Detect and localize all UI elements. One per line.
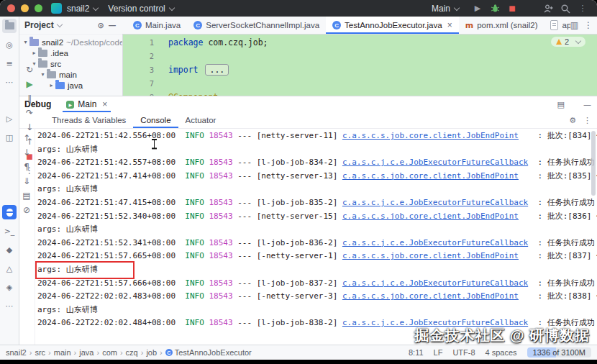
tab-options-button[interactable]: ⋮ [584, 20, 593, 30]
editor-tab-serversocketchannelimpl-java[interactable]: CServerSocketChannelImpl.java [187, 17, 326, 34]
tab-actuator[interactable]: Actuator [178, 112, 224, 128]
tree-item-idea[interactable]: ▸.idea [19, 47, 122, 58]
breadcrumb-item[interactable]: java [79, 348, 94, 357]
logger-link[interactable]: c.a.s.c.s.job.core.client.JobEndPoint [342, 211, 519, 221]
editor[interactable]: 1package com.czq.job;23import ...78@Comp… [122, 34, 597, 96]
print-button[interactable]: ▤ [22, 191, 30, 200]
log-message: : 批次:[836] 任务调 [519, 211, 597, 221]
logger-link[interactable]: c.a.s.c.s.job.core.client.JobEndPoint [342, 131, 519, 140]
logger-link[interactable]: c.a.s.c.j.c.e.JobExecutorFutureCallback [342, 198, 528, 207]
console-scrollbar[interactable] [591, 131, 596, 196]
tab-threads-variables[interactable]: Threads & Variables [45, 112, 133, 128]
run-button[interactable]: ▶ [470, 1, 486, 16]
run-toolwindow-button[interactable]: ▷ [2, 112, 17, 126]
logger-link[interactable]: c.a.s.c.j.c.e.JobExecutorFutureCallback [342, 158, 528, 167]
breadcrumb-item[interactable]: czq [126, 348, 138, 357]
up-stack-trace-button[interactable]: ↑ [23, 134, 30, 142]
clear-all-button[interactable]: ⊘ [23, 206, 30, 214]
breadcrumb-item[interactable]: main [54, 348, 71, 357]
chevron-right-icon[interactable]: ▸ [30, 50, 38, 56]
services-toolwindow-button[interactable]: ◆ [2, 242, 17, 257]
log-level: INFO [185, 251, 204, 260]
project-widget[interactable]: snail2 [67, 4, 98, 14]
logger-link[interactable]: c.a.s.c.j.c.e.JobExecutorFutureCallback [342, 238, 528, 247]
class-file-icon: C [133, 21, 142, 29]
scroll-to-end-button[interactable]: ⇓ [23, 177, 30, 186]
memory-indicator[interactable]: 1336 of 3100M [527, 347, 591, 358]
more-bottom-toolwindows-button[interactable]: ⋯ [2, 299, 17, 313]
log-thread: [l-job-job-834-2] [257, 158, 338, 167]
log-level: INFO [185, 238, 204, 247]
logger-link[interactable]: c.a.s.c.s.job.core.client.JobEndPoint [342, 251, 519, 260]
pause-button[interactable]: ∥ [22, 91, 37, 106]
log-separator [176, 251, 185, 260]
log-message: : 任务执行成功 taskE [528, 278, 597, 288]
log-thread: [l-job-job-836-2] [257, 238, 338, 247]
run-config-selector[interactable]: Main [432, 4, 459, 14]
log-timestamp: 2024-06-22T21:51:57.665+08:00 [37, 251, 176, 260]
breadcrumbs: snail2›src›main›java›com›czq›job›CTestAn… [6, 348, 398, 357]
breadcrumb-item[interactable]: snail2 [6, 348, 27, 357]
notifications-toolwindow-button[interactable]: ◈ [2, 280, 17, 294]
tab-close-icon[interactable]: × [447, 20, 452, 30]
soft-wrap-button[interactable]: ¶ [24, 163, 29, 171]
editor-tab-pom-xml-snail2-[interactable]: mpom.xml (snail2) [459, 17, 544, 34]
titlebar-more-button[interactable]: ⋮ [575, 1, 591, 16]
zoom-window-button[interactable] [35, 4, 42, 12]
editor-tab-testannojobexecutor-java[interactable]: CTestAnnoJobExecutor.java× [326, 17, 459, 34]
tab-console[interactable]: Console [133, 112, 178, 128]
rerun-button[interactable]: ↻ [22, 63, 37, 77]
commit-toolwindow-button[interactable]: ◎ [2, 37, 17, 52]
structure-toolwindow-button[interactable]: ≡ [2, 56, 17, 70]
logger-link[interactable]: c.a.s.c.s.job.core.client.JobEndPoint [342, 171, 519, 181]
chevron-right-icon[interactable]: ▸ [47, 82, 55, 88]
search-everywhere-button[interactable] [557, 1, 573, 16]
editor-tab-application-yml[interactable]: application.yml [544, 17, 570, 34]
more-toolwindows-button[interactable]: ⋯ [2, 75, 17, 89]
tree-item-snail2[interactable]: ▾snail2~/Desktop/code/snai [19, 37, 122, 47]
close-session-icon[interactable]: × [102, 99, 107, 109]
inspections-widget[interactable]: 2 [551, 37, 585, 47]
split-editor-button[interactable]: ▥ [570, 20, 578, 30]
console-line: args: 山东研博 [37, 183, 597, 196]
debug-toolwindow-button[interactable] [2, 205, 17, 219]
chevron-down-icon[interactable]: ▾ [22, 39, 29, 45]
folded-imports-badge[interactable]: ... [205, 64, 229, 76]
step-over-button[interactable]: ↷ [22, 106, 37, 120]
layout-settings-button[interactable]: ▤ [557, 100, 565, 109]
breadcrumb-item[interactable]: CTestAnnoJobExecutor [165, 348, 252, 357]
strip-bottom-group: >_◆△◈⋯ [0, 205, 19, 313]
terminal-toolwindow-button[interactable]: >_ [2, 224, 17, 238]
breadcrumb-item[interactable]: src [35, 348, 45, 357]
resume-button[interactable]: ▶ [22, 77, 37, 91]
logger-link[interactable]: c.a.s.c.j.c.e.JobExecutorFutureCallback [342, 278, 528, 288]
build-toolwindow-button[interactable]: ◫ [2, 130, 17, 145]
hide-panel-button[interactable]: — [106, 21, 118, 30]
hide-debug-button[interactable]: — [583, 100, 591, 109]
console-output[interactable]: 2024-06-22T21:51:42.556+08:00 INFO 18543… [35, 128, 597, 345]
vcs-widget[interactable]: Version control [108, 4, 173, 14]
project-root-icon [29, 39, 39, 46]
debug-settings-button[interactable]: ⚙ [569, 116, 576, 125]
breadcrumb-item[interactable]: com [102, 348, 117, 357]
project-toolwindow-button[interactable] [2, 19, 17, 33]
code-with-me-button[interactable] [540, 1, 556, 16]
problems-toolwindow-button[interactable]: △ [2, 261, 17, 276]
logger-link[interactable]: c.a.s.c.s.job.core.client.JobEndPoint [342, 291, 519, 301]
indent-indicator[interactable]: 4 spaces [486, 348, 517, 357]
breadcrumb-item[interactable]: job [146, 348, 157, 357]
chevron-down-icon[interactable]: ▾ [39, 71, 47, 78]
line-separator-indicator[interactable]: LF [434, 348, 443, 357]
close-window-button[interactable] [7, 4, 15, 12]
caret-position[interactable]: 8:11 [409, 348, 424, 357]
select-opened-file-button[interactable]: ⊙ [95, 21, 106, 30]
debug-session-tab[interactable]: ▶ Main × [63, 96, 111, 112]
log-separator [337, 238, 342, 247]
debug-button[interactable] [487, 1, 503, 16]
down-stack-trace-button[interactable]: ↓ [23, 148, 30, 157]
minimize-window-button[interactable] [21, 4, 29, 12]
debug-more-button[interactable]: ⋮ [583, 116, 591, 125]
editor-tab-main-java[interactable]: CMain.java [127, 17, 187, 34]
stop-button[interactable]: ■ [504, 1, 520, 16]
encoding-indicator[interactable]: UTF-8 [452, 348, 475, 357]
